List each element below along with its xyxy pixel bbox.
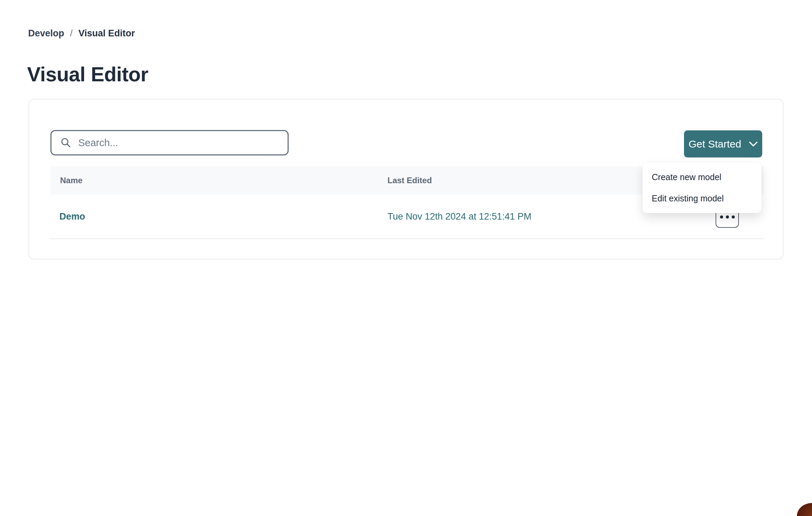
page-title: Visual Editor [27,63,148,86]
search-icon [60,137,71,148]
breadcrumb-visual-editor[interactable]: Visual Editor [79,28,135,39]
get-started-label: Get Started [688,138,741,150]
get-started-button[interactable]: Get Started [684,130,762,157]
breadcrumb: Develop / Visual Editor [28,28,135,39]
search-box[interactable] [50,130,289,155]
breadcrumb-separator: / [70,28,73,39]
column-header-name: Name [60,176,82,185]
get-started-dropdown: Create new model Edit existing model [642,162,762,213]
model-last-edited: Tue Nov 12th 2024 at 12:51:41 PM [387,211,531,222]
ellipsis-icon [720,215,735,219]
search-input[interactable] [78,137,279,149]
chevron-down-icon [749,141,758,147]
menu-item-edit-existing-model[interactable]: Edit existing model [642,188,762,209]
breadcrumb-develop[interactable]: Develop [28,28,64,39]
model-name-link[interactable]: Demo [59,211,85,222]
corner-decoration [797,503,812,516]
column-header-last-edited: Last Edited [387,176,432,185]
menu-item-create-new-model[interactable]: Create new model [642,166,762,188]
visual-editor-page: Develop / Visual Editor Visual Editor Ge… [0,0,812,516]
